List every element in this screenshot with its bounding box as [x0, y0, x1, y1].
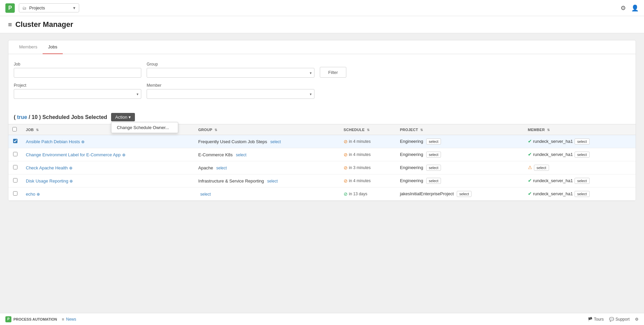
project-sort-icon: ⇅ [420, 128, 423, 132]
jobs-header: ( true / 10 ) Scheduled Jobs Selected Ac… [8, 110, 636, 124]
app-logo: P [5, 3, 15, 13]
select-all-col [8, 124, 22, 135]
filter-row-2: Project ▾ Member ▾ [14, 83, 630, 99]
member-select-button[interactable]: select [575, 138, 590, 145]
group-filter-label: Group [147, 62, 314, 67]
schedule-sort-icon: ⇅ [367, 128, 369, 132]
table-row: Change Environment Label for E-Commerce … [8, 148, 636, 161]
table-row: Ansible Patch Debian Hosts⊕Frequently Us… [8, 135, 636, 148]
project-select-button[interactable]: select [426, 165, 441, 171]
group-select-link[interactable]: select [216, 166, 227, 170]
job-name-link[interactable]: Check Apache Health [26, 165, 68, 170]
tours-item[interactable]: 🏴 Tours [588, 317, 604, 322]
top-nav-left: P 🗂 Projects ▾ [5, 3, 79, 13]
member-filter-select[interactable] [147, 89, 314, 99]
job-name-link[interactable]: Ansible Patch Debian Hosts [26, 139, 80, 144]
job-filter-label: Job [14, 62, 141, 67]
table-row: Disk Usage Reporting⊕Infrastructure & Se… [8, 174, 636, 188]
schedule-text: in 4 minutes [349, 139, 371, 144]
member-status-check-icon: ✔ [528, 191, 532, 196]
project-filter-container: ▾ [14, 89, 141, 99]
group-filter-select[interactable] [147, 68, 314, 78]
group-select-link[interactable]: select [270, 139, 281, 144]
job-name-link[interactable]: Disk Usage Reporting [26, 178, 68, 184]
member-status-check-icon: ✔ [528, 178, 532, 183]
table-row: Check Apache Health⊕Apache select⊘in 3 m… [8, 161, 636, 174]
change-schedule-owner-item[interactable]: Change Schedule Owner... [111, 122, 178, 133]
filter-group-job: Job [14, 62, 141, 78]
filter-row-1: Job Group ▾ Filter [14, 61, 630, 78]
project-filter-select[interactable] [14, 89, 141, 99]
top-nav-right: ⚙ 👤 [621, 4, 639, 12]
cluster-manager-icon: ≡ [8, 21, 12, 29]
schedule-icon: ⊘ [344, 178, 348, 184]
support-icon: 💬 [609, 317, 614, 322]
project-dropdown-icon: 🗂 [22, 6, 27, 10]
bottom-right: 🏴 Tours 💬 Support ⚙ [588, 317, 639, 322]
row-checkbox[interactable] [13, 152, 17, 156]
select-all-checkbox[interactable] [12, 127, 17, 131]
table-header-row: JOB ⇅ GROUP ⇅ SCHEDULE ⇅ PROJECT [8, 124, 636, 135]
schedule-text: in 3 minutes [349, 165, 371, 170]
table-row: echo⊕select⊘in 13 daysjakesInitialEnterp… [8, 188, 636, 201]
tab-jobs[interactable]: Jobs [43, 40, 62, 54]
row-checkbox[interactable] [13, 191, 17, 196]
member-select-button[interactable]: select [534, 165, 549, 171]
news-label[interactable]: News [66, 317, 76, 322]
member-status-warn-icon: ⚠ [528, 165, 532, 170]
filter-button-group: Filter [320, 61, 346, 78]
group-select-link[interactable]: select [236, 153, 246, 157]
main-content: Members Jobs Job Group ▾ [0, 33, 644, 313]
schedule-icon: ⊘ [344, 139, 348, 144]
brand-label: PROCESS AUTOMATION [13, 317, 57, 321]
filter-section: Job Group ▾ Filter [8, 54, 636, 110]
support-item[interactable]: 💬 Support [609, 317, 630, 322]
schedule-text: in 4 minutes [349, 152, 371, 157]
job-name-link[interactable]: echo [26, 192, 35, 197]
th-member: MEMBER ⇅ [524, 124, 636, 135]
jobs-table-container: JOB ⇅ GROUP ⇅ SCHEDULE ⇅ PROJECT [8, 124, 636, 201]
job-info-icon: ⊕ [122, 153, 126, 157]
member-select-button[interactable]: select [575, 152, 590, 158]
th-project: PROJECT ⇅ [396, 124, 524, 135]
project-select-button[interactable]: select [426, 138, 441, 145]
jobs-count: ( true / 10 ) Scheduled Jobs Selected [14, 114, 107, 120]
top-nav: P 🗂 Projects ▾ ⚙ 👤 [0, 0, 644, 16]
project-select-button[interactable]: select [426, 152, 441, 158]
filter-group-project: Project ▾ [14, 83, 141, 99]
row-checkbox[interactable] [13, 178, 17, 182]
tab-members[interactable]: Members [14, 40, 43, 54]
filter-group-group: Group ▾ [147, 62, 314, 78]
member-status-check-icon: ✔ [528, 138, 532, 144]
project-dropdown[interactable]: 🗂 Projects ▾ [19, 3, 79, 12]
job-info-icon: ⊕ [69, 179, 73, 184]
jobs-table: JOB ⇅ GROUP ⇅ SCHEDULE ⇅ PROJECT [8, 124, 636, 201]
member-filter-label: Member [147, 83, 314, 88]
settings-icon[interactable]: ⚙ [621, 4, 626, 12]
member-sort-icon: ⇅ [547, 128, 550, 132]
page-header: ≡ Cluster Manager [0, 16, 644, 33]
row-checkbox[interactable] [13, 165, 17, 169]
group-select-link[interactable]: select [200, 192, 211, 197]
tours-label: Tours [594, 317, 604, 322]
bottom-settings-icon[interactable]: ⚙ [635, 317, 639, 322]
action-dropdown-container: Action ▾ Change Schedule Owner... [111, 113, 135, 121]
row-checkbox[interactable] [13, 139, 17, 143]
schedule-text: in 4 minutes [349, 178, 371, 183]
group-select-link[interactable]: select [267, 179, 278, 184]
project-select-button[interactable]: select [426, 178, 441, 184]
filter-button[interactable]: Filter [320, 67, 346, 78]
filter-group-member: Member ▾ [147, 83, 314, 99]
action-button[interactable]: Action ▾ [111, 113, 135, 121]
job-filter-input[interactable] [14, 68, 141, 78]
project-select-button[interactable]: select [457, 191, 472, 197]
job-name-link[interactable]: Change Environment Label for E-Commerce … [26, 152, 121, 157]
member-select-button[interactable]: select [575, 191, 590, 197]
user-icon[interactable]: 👤 [631, 4, 639, 12]
member-select-button[interactable]: select [575, 178, 590, 184]
selected-count: true [17, 114, 27, 120]
job-info-icon: ⊕ [81, 139, 85, 144]
job-sort-icon: ⇅ [36, 128, 39, 132]
job-info-icon: ⊕ [69, 166, 72, 170]
action-dropdown-menu: Change Schedule Owner... [111, 122, 178, 133]
